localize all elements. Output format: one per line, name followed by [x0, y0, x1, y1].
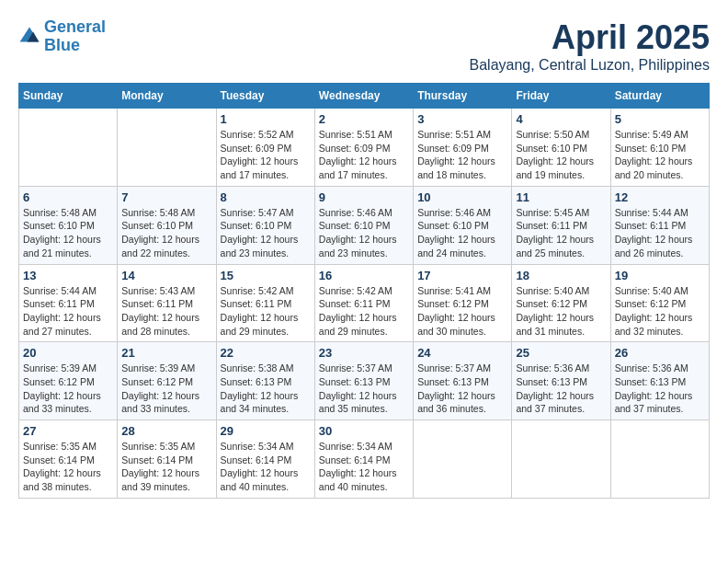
calendar-week-row: 27Sunrise: 5:35 AMSunset: 6:14 PMDayligh…: [19, 420, 710, 499]
day-number: 14: [121, 269, 211, 282]
day-number: 22: [221, 346, 311, 360]
calendar-day-cell: 26Sunrise: 5:36 AMSunset: 6:13 PMDayligh…: [610, 342, 709, 420]
day-number: 17: [417, 269, 507, 282]
calendar-day-cell: 15Sunrise: 5:42 AMSunset: 6:11 PMDayligh…: [216, 264, 314, 342]
day-number: 3: [417, 112, 507, 126]
day-number: 30: [319, 424, 409, 438]
calendar-day-cell: 6Sunrise: 5:48 AMSunset: 6:10 PMDaylight…: [19, 186, 118, 264]
day-number: 15: [221, 269, 311, 282]
day-info: Sunrise: 5:41 AMSunset: 6:12 PMDaylight:…: [417, 284, 507, 339]
day-info: Sunrise: 5:49 AMSunset: 6:10 PMDaylight:…: [615, 128, 705, 182]
calendar-day-cell: 1Sunrise: 5:52 AMSunset: 6:09 PMDaylight…: [216, 109, 314, 187]
calendar-header: SundayMondayTuesdayWednesdayThursdayFrid…: [19, 84, 710, 109]
day-number: 16: [319, 269, 409, 282]
day-info: Sunrise: 5:34 AMSunset: 6:14 PMDaylight:…: [221, 440, 311, 494]
calendar-day-cell: 4Sunrise: 5:50 AMSunset: 6:10 PMDaylight…: [512, 109, 610, 187]
day-number: 4: [516, 112, 606, 126]
day-info: Sunrise: 5:40 AMSunset: 6:12 PMDaylight:…: [615, 284, 705, 339]
day-number: 20: [23, 346, 113, 360]
calendar-week-row: 13Sunrise: 5:44 AMSunset: 6:11 PMDayligh…: [19, 264, 710, 342]
day-number: 19: [615, 269, 705, 282]
day-number: 10: [417, 190, 507, 204]
day-info: Sunrise: 5:46 AMSunset: 6:10 PMDaylight:…: [319, 206, 409, 260]
calendar-day-cell: 5Sunrise: 5:49 AMSunset: 6:10 PMDaylight…: [610, 109, 709, 187]
main-title: April 2025: [470, 18, 711, 57]
day-number: 29: [221, 424, 311, 438]
day-info: Sunrise: 5:38 AMSunset: 6:13 PMDaylight:…: [221, 362, 311, 416]
calendar-day-cell: 24Sunrise: 5:37 AMSunset: 6:13 PMDayligh…: [414, 342, 512, 420]
day-info: Sunrise: 5:52 AMSunset: 6:09 PMDaylight:…: [221, 128, 311, 182]
calendar-day-cell: 14Sunrise: 5:43 AMSunset: 6:11 PMDayligh…: [118, 264, 216, 342]
calendar-week-row: 1Sunrise: 5:52 AMSunset: 6:09 PMDaylight…: [19, 109, 710, 187]
calendar-day-cell: 13Sunrise: 5:44 AMSunset: 6:11 PMDayligh…: [19, 264, 118, 342]
calendar-day-cell: [19, 109, 118, 187]
day-info: Sunrise: 5:39 AMSunset: 6:12 PMDaylight:…: [121, 362, 211, 416]
logo-text: General Blue: [44, 18, 106, 55]
day-number: 18: [516, 269, 606, 282]
day-info: Sunrise: 5:35 AMSunset: 6:14 PMDaylight:…: [121, 440, 211, 494]
calendar-day-cell: [118, 109, 216, 187]
logo: General Blue: [18, 18, 106, 55]
calendar-day-cell: [610, 420, 709, 499]
calendar-day-cell: 11Sunrise: 5:45 AMSunset: 6:11 PMDayligh…: [512, 186, 610, 264]
day-info: Sunrise: 5:42 AMSunset: 6:11 PMDaylight:…: [319, 284, 409, 339]
day-number: 9: [319, 190, 409, 204]
calendar-day-cell: 2Sunrise: 5:51 AMSunset: 6:09 PMDaylight…: [314, 109, 413, 187]
calendar-body: 1Sunrise: 5:52 AMSunset: 6:09 PMDaylight…: [19, 109, 710, 499]
calendar-day-cell: 16Sunrise: 5:42 AMSunset: 6:11 PMDayligh…: [314, 264, 413, 342]
calendar-day-cell: 28Sunrise: 5:35 AMSunset: 6:14 PMDayligh…: [118, 420, 216, 499]
weekday-header-row: SundayMondayTuesdayWednesdayThursdayFrid…: [19, 84, 710, 109]
calendar-day-cell: 9Sunrise: 5:46 AMSunset: 6:10 PMDaylight…: [314, 186, 413, 264]
day-info: Sunrise: 5:47 AMSunset: 6:10 PMDaylight:…: [221, 206, 311, 260]
day-info: Sunrise: 5:48 AMSunset: 6:10 PMDaylight:…: [23, 206, 113, 260]
calendar-day-cell: 10Sunrise: 5:46 AMSunset: 6:10 PMDayligh…: [414, 186, 512, 264]
weekday-header-cell: Tuesday: [216, 84, 314, 109]
calendar-day-cell: 17Sunrise: 5:41 AMSunset: 6:12 PMDayligh…: [414, 264, 512, 342]
day-number: 6: [23, 190, 113, 204]
day-info: Sunrise: 5:51 AMSunset: 6:09 PMDaylight:…: [417, 128, 507, 182]
day-info: Sunrise: 5:39 AMSunset: 6:12 PMDaylight:…: [23, 362, 113, 416]
day-info: Sunrise: 5:35 AMSunset: 6:14 PMDaylight:…: [23, 440, 113, 494]
day-info: Sunrise: 5:48 AMSunset: 6:10 PMDaylight:…: [121, 206, 211, 260]
day-info: Sunrise: 5:45 AMSunset: 6:11 PMDaylight:…: [516, 206, 606, 260]
day-info: Sunrise: 5:43 AMSunset: 6:11 PMDaylight:…: [121, 284, 211, 339]
weekday-header-cell: Friday: [512, 84, 610, 109]
day-info: Sunrise: 5:37 AMSunset: 6:13 PMDaylight:…: [319, 362, 409, 416]
calendar-day-cell: [414, 420, 512, 499]
calendar-table: SundayMondayTuesdayWednesdayThursdayFrid…: [18, 83, 710, 499]
day-info: Sunrise: 5:46 AMSunset: 6:10 PMDaylight:…: [417, 206, 507, 260]
day-number: 25: [516, 346, 606, 360]
calendar-day-cell: 7Sunrise: 5:48 AMSunset: 6:10 PMDaylight…: [118, 186, 216, 264]
calendar-day-cell: 22Sunrise: 5:38 AMSunset: 6:13 PMDayligh…: [216, 342, 314, 420]
day-info: Sunrise: 5:36 AMSunset: 6:13 PMDaylight:…: [516, 362, 606, 416]
day-number: 24: [417, 346, 507, 360]
day-number: 12: [615, 190, 705, 204]
logo-icon: [18, 26, 40, 48]
calendar-day-cell: 23Sunrise: 5:37 AMSunset: 6:13 PMDayligh…: [314, 342, 413, 420]
day-number: 28: [121, 424, 211, 438]
calendar-day-cell: [512, 420, 610, 499]
day-number: 13: [23, 269, 113, 282]
day-number: 7: [121, 190, 211, 204]
calendar-day-cell: 30Sunrise: 5:34 AMSunset: 6:14 PMDayligh…: [314, 420, 413, 499]
day-info: Sunrise: 5:40 AMSunset: 6:12 PMDaylight:…: [516, 284, 606, 339]
day-info: Sunrise: 5:42 AMSunset: 6:11 PMDaylight:…: [221, 284, 311, 339]
calendar-day-cell: 12Sunrise: 5:44 AMSunset: 6:11 PMDayligh…: [610, 186, 709, 264]
day-info: Sunrise: 5:44 AMSunset: 6:11 PMDaylight:…: [615, 206, 705, 260]
weekday-header-cell: Sunday: [19, 84, 118, 109]
weekday-header-cell: Wednesday: [314, 84, 413, 109]
day-number: 5: [615, 112, 705, 126]
day-info: Sunrise: 5:51 AMSunset: 6:09 PMDaylight:…: [319, 128, 409, 182]
day-number: 2: [319, 112, 409, 126]
day-number: 23: [319, 346, 409, 360]
weekday-header-cell: Monday: [118, 84, 216, 109]
page-header: General Blue April 2025 Balayang, Centra…: [18, 18, 710, 74]
weekday-header-cell: Thursday: [414, 84, 512, 109]
subtitle: Balayang, Central Luzon, Philippines: [470, 57, 711, 74]
calendar-day-cell: 21Sunrise: 5:39 AMSunset: 6:12 PMDayligh…: [118, 342, 216, 420]
calendar-week-row: 20Sunrise: 5:39 AMSunset: 6:12 PMDayligh…: [19, 342, 710, 420]
calendar-day-cell: 29Sunrise: 5:34 AMSunset: 6:14 PMDayligh…: [216, 420, 314, 499]
calendar-day-cell: 18Sunrise: 5:40 AMSunset: 6:12 PMDayligh…: [512, 264, 610, 342]
day-number: 26: [615, 346, 705, 360]
calendar-week-row: 6Sunrise: 5:48 AMSunset: 6:10 PMDaylight…: [19, 186, 710, 264]
